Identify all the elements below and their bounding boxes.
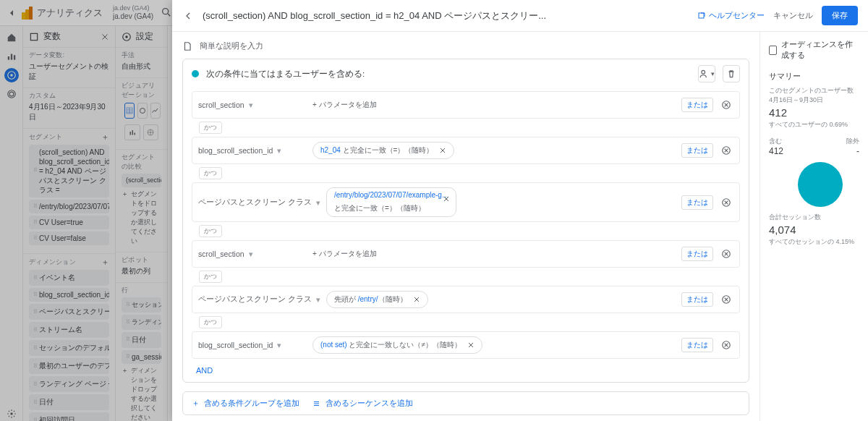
- or-button[interactable]: または: [681, 143, 713, 158]
- daterange-value[interactable]: 4月16日～2023年9月30日: [29, 102, 109, 122]
- checkbox-icon[interactable]: [769, 46, 777, 55]
- or-button[interactable]: または: [681, 247, 713, 261]
- summary-users-label: このセグメントのユーザー数: [769, 86, 859, 95]
- remove-condition-icon[interactable]: [719, 195, 733, 210]
- reports-icon[interactable]: [4, 49, 19, 64]
- remove-condition-icon[interactable]: [719, 143, 733, 158]
- or-button[interactable]: または: [681, 292, 713, 307]
- summary-users-sub: すべてのユーザーの 0.69%: [769, 120, 859, 129]
- viz-geo-icon[interactable]: [143, 124, 159, 140]
- dimension-chip[interactable]: ⠿イベント名: [29, 270, 109, 286]
- dimension-chip[interactable]: ⠿ページパスとスクリーン クラス: [29, 304, 109, 320]
- add-dimension-icon[interactable]: ＋: [101, 257, 109, 268]
- add-parameter-button[interactable]: + パラメータを追加: [312, 249, 377, 259]
- filter-value-pill[interactable]: (not set) と完全に一致しない（≠）（随時）: [312, 336, 482, 354]
- add-sequence[interactable]: 含めるシーケンスを追加: [312, 398, 413, 409]
- row-dropzone[interactable]: ＋ディメンションをドロップするか選択してください: [122, 366, 161, 421]
- dimension-chip[interactable]: ⠿blog_scroll_section_id: [29, 288, 109, 302]
- segment-chip[interactable]: ⠿/entry/blog/2023/07/07/ AND (scroll_sec…: [29, 200, 109, 213]
- daterange-label: カスタム: [29, 91, 109, 101]
- viz-bar-icon[interactable]: [124, 124, 140, 140]
- filter-value-pill[interactable]: h2_04 と完全に一致（=）（随時）: [312, 142, 454, 159]
- dimension-selector[interactable]: blog_scroll_section_id▾: [198, 146, 307, 155]
- back-icon[interactable]: [182, 10, 194, 22]
- row-chip[interactable]: ⠿日付: [122, 332, 161, 348]
- settings-panel: 設定 手法 自由形式 ビジュアリゼーション セグメントの比較: [116, 26, 168, 421]
- or-button[interactable]: または: [681, 338, 713, 352]
- save-button[interactable]: 保存: [822, 6, 858, 25]
- dataset-value[interactable]: ユーザーセグメントの検証: [29, 61, 109, 82]
- dimension-chip[interactable]: ⠿セッションのデフォルト チャネル グループ: [29, 340, 109, 356]
- dimension-selector[interactable]: scroll_section▾: [198, 250, 307, 258]
- add-segment-icon[interactable]: ＋: [101, 132, 109, 143]
- segment-chip[interactable]: ⠿(scroll_section) AND blog_scroll_sectio…: [29, 145, 109, 197]
- filter-value-pill[interactable]: 先頭が /entry/（随時）: [326, 291, 428, 308]
- remove-condition-icon[interactable]: [719, 247, 733, 261]
- segment-title[interactable]: (scroll_section) AND blog_scroll_section…: [203, 9, 689, 22]
- home-icon[interactable]: [4, 30, 19, 45]
- and-button[interactable]: AND: [183, 362, 749, 382]
- add-include-group[interactable]: ＋含める条件グループを追加: [192, 398, 299, 409]
- segment-chip[interactable]: ⠿CV User=true: [29, 216, 109, 229]
- back-icon[interactable]: [6, 7, 17, 19]
- dimension-chip[interactable]: ⠿ランディング ページ + クエリ文字列: [29, 376, 109, 392]
- or-button[interactable]: または: [681, 195, 713, 210]
- explore-icon[interactable]: [4, 68, 19, 82]
- clear-filter-icon[interactable]: [412, 294, 422, 305]
- clear-filter-icon[interactable]: [466, 340, 476, 350]
- delete-group-button[interactable]: [723, 65, 740, 82]
- dimension-chip[interactable]: ⠿日付: [29, 394, 109, 410]
- viz-type-tabs[interactable]: [122, 100, 161, 122]
- method-value[interactable]: 自由形式: [122, 61, 161, 72]
- segment-builder: 簡単な説明を入力 次の条件に当てはまるユーザーを含める: ▾ scroll_se…: [172, 32, 760, 421]
- and-connector: かつ: [199, 271, 222, 283]
- create-audience-checkbox[interactable]: オーディエンスを作成する: [769, 39, 859, 61]
- filter-value-pill[interactable]: /entry/blog/2023/07/07/example-ga4-explo…: [326, 187, 456, 217]
- settings-icon[interactable]: [4, 407, 19, 421]
- remove-condition-icon[interactable]: [719, 292, 733, 307]
- dimension-chip[interactable]: ⠿初回訪問日: [29, 412, 109, 421]
- svg-rect-3: [13, 55, 14, 59]
- ads-icon[interactable]: [4, 87, 19, 101]
- pivot-label: ピボット: [122, 255, 161, 265]
- segment-chip[interactable]: ⠿CV User=false: [29, 231, 109, 245]
- row-chip[interactable]: ⠿セッションのデフォルト チャネル グループ: [122, 297, 161, 312]
- viz-table-icon[interactable]: [124, 103, 135, 119]
- viz-line-icon[interactable]: [150, 103, 161, 119]
- segment-builder-modal: (scroll_section) AND blog_scroll_section…: [172, 0, 868, 421]
- clear-filter-icon[interactable]: [438, 145, 448, 156]
- dimension-selector[interactable]: blog_scroll_section_id▾: [198, 341, 307, 349]
- dimension-chip[interactable]: ⠿ストリーム名: [29, 322, 109, 338]
- svg-rect-9: [30, 33, 37, 40]
- gear-icon: [122, 32, 132, 42]
- close-icon[interactable]: [101, 33, 109, 41]
- segcmp-chip[interactable]: (scroll_section… blog_scroll_se…: [122, 174, 161, 187]
- row-chip[interactable]: ⠿ランディング ページ + クエリ文字列: [122, 315, 161, 330]
- description-row[interactable]: 簡単な説明を入力: [182, 41, 749, 51]
- add-parameter-button[interactable]: + パラメータを追加: [312, 100, 377, 110]
- property-selector[interactable]: ja.dev (GA4) ja.dev (GA4): [113, 5, 153, 20]
- settings-header: 設定: [116, 26, 167, 47]
- or-button[interactable]: または: [681, 98, 713, 112]
- remove-condition-icon[interactable]: [719, 338, 733, 352]
- viz-type-tabs-2[interactable]: [122, 122, 161, 143]
- clear-filter-icon[interactable]: [441, 194, 451, 204]
- viz-donut-icon[interactable]: [137, 103, 148, 119]
- row-chip[interactable]: ⠿ga_session_nu…: [122, 350, 161, 364]
- condition-row: blog_scroll_section_id▾h2_04 と完全に一致（=）（随…: [192, 137, 740, 164]
- pivot-value[interactable]: 最初の列: [122, 266, 161, 276]
- dimension-chip[interactable]: ⠿最初のユーザーのデフォルト チャネル グループ: [29, 358, 109, 374]
- dimension-selector[interactable]: scroll_section▾: [198, 101, 307, 109]
- help-link[interactable]: ヘルプセンター: [697, 10, 765, 21]
- sessions-count: 4,074: [769, 224, 859, 236]
- condition-row: ページパスとスクリーン クラス▾先頭が /entry/（随時）または: [192, 286, 740, 313]
- svg-rect-1: [7, 56, 9, 60]
- svg-point-6: [9, 92, 14, 96]
- remove-condition-icon[interactable]: [719, 98, 733, 112]
- scope-button[interactable]: ▾: [698, 65, 715, 82]
- segcmp-dropzone[interactable]: ＋セグメントをドロップするか選択してください: [122, 190, 161, 246]
- dimension-selector[interactable]: ページパスとスクリーン クラス▾: [198, 197, 320, 208]
- cancel-button[interactable]: キャンセル: [773, 10, 813, 21]
- dimension-selector[interactable]: ページパスとスクリーン クラス▾: [198, 294, 320, 305]
- viz-label: ビジュアリゼーション: [122, 81, 161, 100]
